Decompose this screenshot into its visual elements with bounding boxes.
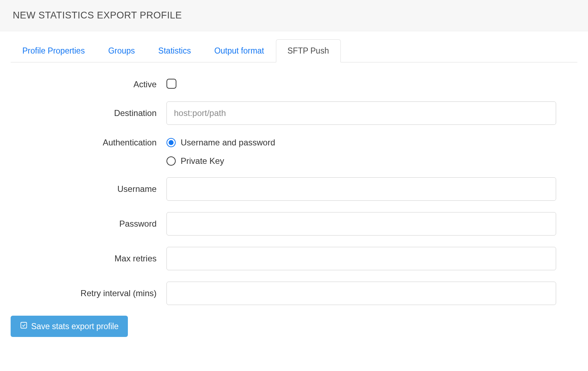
tab-groups[interactable]: Groups (96, 39, 146, 62)
label-username: Username (11, 184, 166, 194)
row-password: Password (11, 206, 577, 241)
row-max-retries: Max retries (11, 241, 577, 276)
control-destination (166, 101, 556, 125)
row-destination: Destination (11, 96, 577, 131)
button-row: Save stats export profile (11, 311, 577, 348)
label-active: Active (11, 79, 166, 89)
radio-username-password[interactable]: Username and password (166, 138, 556, 148)
save-button[interactable]: Save stats export profile (11, 316, 128, 337)
radio-label-private-key: Private Key (181, 156, 224, 166)
tab-output-format[interactable]: Output format (203, 39, 276, 62)
tab-profile-properties[interactable]: Profile Properties (11, 39, 96, 62)
radio-label-username-password: Username and password (181, 138, 275, 148)
username-input[interactable] (166, 177, 556, 201)
content-area: Profile Properties Groups Statistics Out… (0, 31, 588, 348)
control-active (166, 79, 556, 90)
control-retry-interval (166, 282, 556, 305)
control-username (166, 177, 556, 201)
label-password: Password (11, 219, 166, 229)
label-max-retries: Max retries (11, 254, 166, 264)
radio-private-key[interactable]: Private Key (166, 156, 556, 166)
radio-icon (166, 156, 176, 166)
row-authentication: Authentication Username and password Pri… (11, 131, 577, 172)
tab-sftp-push[interactable]: SFTP Push (276, 39, 341, 62)
label-authentication: Authentication (11, 136, 166, 148)
check-square-icon (20, 321, 28, 331)
control-max-retries (166, 247, 556, 270)
radio-icon (166, 138, 176, 147)
page-header: NEW STATISTICS EXPORT PROFILE (0, 0, 588, 31)
max-retries-input[interactable] (166, 247, 556, 270)
tab-bar: Profile Properties Groups Statistics Out… (11, 39, 577, 62)
page-container: NEW STATISTICS EXPORT PROFILE Profile Pr… (0, 0, 588, 371)
label-destination: Destination (11, 108, 166, 118)
tab-statistics[interactable]: Statistics (147, 39, 203, 62)
row-username: Username (11, 172, 577, 206)
row-retry-interval: Retry interval (mins) (11, 276, 577, 311)
label-retry-interval: Retry interval (mins) (11, 288, 166, 298)
save-button-label: Save stats export profile (31, 322, 119, 331)
form: Active Destination Authentication (11, 62, 577, 348)
destination-input[interactable] (166, 101, 556, 125)
page-title: NEW STATISTICS EXPORT PROFILE (13, 10, 575, 21)
active-checkbox[interactable] (166, 79, 176, 89)
svg-rect-0 (21, 322, 27, 328)
retry-interval-input[interactable] (166, 282, 556, 305)
authentication-radio-group: Username and password Private Key (166, 136, 556, 166)
control-authentication: Username and password Private Key (166, 136, 556, 166)
password-input[interactable] (166, 212, 556, 236)
control-password (166, 212, 556, 236)
row-active: Active (11, 73, 577, 96)
